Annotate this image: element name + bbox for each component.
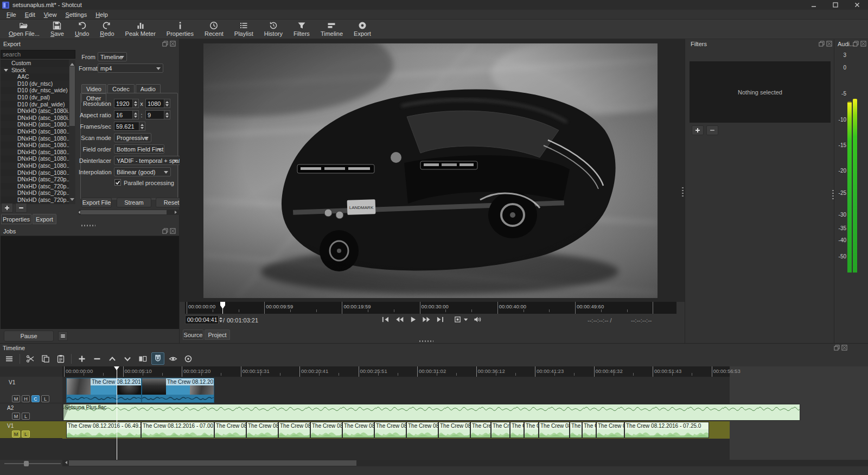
audio-clip[interactable]: The Crew 08.12.2016 - 07.25.0 <box>624 422 709 438</box>
aspect-width-field[interactable]: 16 <box>114 110 139 119</box>
cut-icon[interactable] <box>24 352 37 365</box>
audio-clip[interactable]: The Cr <box>582 422 596 438</box>
preset-item[interactable]: DNxHD (atsc_1080i... <box>1 115 75 122</box>
track-m-toggle[interactable]: M <box>12 413 20 420</box>
close-dock-icon[interactable] <box>841 345 847 351</box>
track-head-2[interactable]: V1ML <box>0 421 62 439</box>
preset-item[interactable]: DNxHD (atsc_720p... <box>1 183 75 190</box>
close-dock-icon[interactable] <box>170 228 176 234</box>
skip-previous-icon[interactable] <box>381 316 390 323</box>
form-hscrollbar[interactable] <box>79 210 180 215</box>
audio-splitter-handle[interactable] <box>832 190 834 200</box>
audio-clip[interactable]: Setsuna Plus.flac <box>63 404 800 421</box>
remove-filter-button[interactable] <box>706 125 718 135</box>
track-l-toggle[interactable]: L <box>22 413 30 420</box>
preset-scrollbar[interactable] <box>69 60 75 204</box>
toolbar-properties-button[interactable]: Properties <box>161 20 199 39</box>
track-m-toggle[interactable]: M <box>12 430 20 438</box>
track-c-toggle[interactable]: C <box>31 395 40 402</box>
preset-item[interactable]: DNxHD (atsc_1080... <box>1 128 75 135</box>
audio-clip[interactable]: The Cre <box>510 422 524 438</box>
float-dock-icon[interactable] <box>853 41 859 47</box>
preset-item[interactable]: DNxHD (atsc_720p... <box>1 197 75 204</box>
float-dock-icon[interactable] <box>834 345 840 351</box>
jobs-splitter-handle[interactable] <box>81 225 95 226</box>
audio-clip[interactable]: The Crew 08.12. <box>539 422 570 438</box>
rewind-icon[interactable] <box>395 316 404 323</box>
filters-splitter-handle[interactable] <box>682 187 684 197</box>
player-scrubber[interactable]: 00:00:00:0000:00:09:5900:00:19:5900:00:3… <box>185 302 676 314</box>
preset-item[interactable]: DNxHD (atsc_1080... <box>1 121 75 128</box>
audio-clip[interactable]: The Cre <box>524 422 539 438</box>
track-head-1[interactable]: A2ML <box>0 403 62 421</box>
preset-item[interactable]: D10 (dv_ntsc) <box>1 80 75 87</box>
expander-icon[interactable] <box>4 69 8 74</box>
play-icon[interactable] <box>410 316 417 323</box>
timeline-ruler[interactable]: 00:00:00:0000:00:05:1000:00:10:2000:00:1… <box>62 366 730 377</box>
toolbar-save-button[interactable]: Save <box>45 20 69 39</box>
close-icon[interactable] <box>846 0 868 10</box>
tab-project[interactable]: Project <box>205 330 230 340</box>
toolbar-open-file-button[interactable]: Open File... <box>3 20 45 39</box>
preset-item[interactable]: D10 (dv_pal_wide) <box>1 101 75 108</box>
export-tab-codec[interactable]: Codec <box>107 84 135 93</box>
close-dock-icon[interactable] <box>860 41 866 47</box>
pause-button[interactable]: Pause <box>4 331 54 341</box>
track-l-toggle[interactable]: L <box>22 430 30 438</box>
timeline-menu-icon[interactable] <box>3 352 16 365</box>
append-icon[interactable] <box>75 352 88 365</box>
audio-clip[interactable]: The Crew 08.12 <box>278 422 310 438</box>
preset-item[interactable]: AAC <box>1 73 75 80</box>
overwrite-icon[interactable] <box>121 352 134 365</box>
minimize-icon[interactable] <box>803 0 825 10</box>
audio-clip[interactable]: The Crew 08.12 <box>342 422 374 438</box>
zoom-fit-icon[interactable] <box>454 316 461 323</box>
audio-clip[interactable]: The Crew 08.12. <box>374 422 406 438</box>
lift-icon[interactable] <box>106 352 119 365</box>
track-h-toggle[interactable]: H <box>22 395 30 402</box>
tab-export[interactable]: Export <box>33 214 56 224</box>
scan-mode-select[interactable]: Progressive <box>114 133 151 142</box>
toolbar-peak-meter-button[interactable]: Peak Meter <box>120 20 161 39</box>
timeline-hscrollbar[interactable] <box>62 460 868 466</box>
toolbar-timeline-button[interactable]: Timeline <box>315 20 348 39</box>
audio-clip[interactable]: The Crew 08.12.2016 - 06.49.28. <box>66 422 141 438</box>
audio-clip[interactable]: The Crew 08.12 <box>406 422 438 438</box>
split-icon[interactable] <box>136 352 149 365</box>
preset-item[interactable]: DNxHD (atsc_1080i... <box>1 107 75 115</box>
skip-next-icon[interactable] <box>436 316 444 323</box>
ripple-icon[interactable] <box>182 352 195 365</box>
export-tab-video[interactable]: Video <box>81 84 106 93</box>
aspect-height-field[interactable]: 9 <box>145 110 170 119</box>
audio-clip[interactable]: The Crew 08.12. <box>246 422 278 438</box>
audio-clip[interactable]: The Cr <box>570 422 582 438</box>
resolution-width-field[interactable]: 1920 <box>114 99 139 108</box>
maximize-icon[interactable] <box>825 0 846 10</box>
from-select[interactable]: Timeline <box>98 52 127 61</box>
menu-settings[interactable]: Settings <box>61 10 91 19</box>
volume-icon[interactable] <box>474 316 482 323</box>
parallel-processing-checkbox[interactable] <box>114 179 121 186</box>
deinterlacer-select[interactable]: YADIF - temporal + spatial <box>114 156 180 165</box>
audio-clip[interactable]: The Crew 08.12.2016 - 07.00.19 <box>141 422 214 438</box>
fast-forward-icon[interactable] <box>422 316 431 323</box>
preset-item[interactable]: DNxHD (atsc_1080... <box>1 162 75 169</box>
menu-file[interactable]: File <box>2 10 21 19</box>
remove-preset-button[interactable] <box>15 203 27 213</box>
audio-clip[interactable]: The Crew 08.12. <box>310 422 342 438</box>
audio-clip[interactable]: The Crew 08.12. <box>214 422 246 438</box>
preset-item[interactable]: DNxHD (atsc_1080... <box>1 135 75 142</box>
float-dock-icon[interactable] <box>819 41 825 47</box>
export-tab-audio[interactable]: Audio <box>136 84 161 93</box>
menu-help[interactable]: Help <box>91 10 112 19</box>
stream-button[interactable]: Stream <box>117 198 151 207</box>
video-clip[interactable]: The Crew 08.12.2016 <box>142 378 214 403</box>
dropdown-icon[interactable] <box>463 316 468 323</box>
fps-field[interactable]: 59.621 <box>114 122 145 131</box>
toolbar-recent-button[interactable]: Recent <box>199 20 229 39</box>
audio-clip[interactable]: The Cre <box>470 422 491 438</box>
menu-edit[interactable]: Edit <box>21 10 40 19</box>
ripple-delete-icon[interactable] <box>91 352 104 365</box>
preset-item[interactable]: DNxHD (atsc_720p... <box>1 189 75 197</box>
interpolation-select[interactable]: Bilinear (good) <box>114 167 171 176</box>
